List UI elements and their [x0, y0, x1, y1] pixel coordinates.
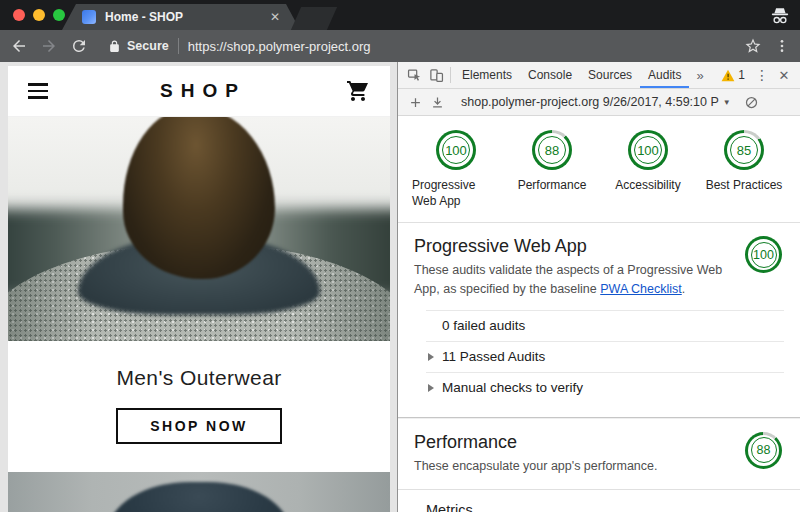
pwa-score-gauge: 100 [436, 130, 476, 170]
shop-now-button[interactable]: SHOP NOW [116, 408, 282, 444]
tab-console[interactable]: Console [520, 62, 580, 88]
toolbar-separator [450, 67, 451, 83]
hero-text-section: Men's Outerwear SHOP NOW [8, 341, 390, 472]
refresh-button[interactable] [70, 37, 88, 55]
performance-section-gauge: 88 [745, 432, 782, 469]
passed-audits-label: 11 Passed Audits [442, 349, 545, 364]
secure-lock-icon [108, 40, 121, 53]
best-practices-score-gauge: 85 [724, 130, 764, 170]
performance-section-description: These encapsulate your app's performance… [414, 457, 744, 475]
shop-favicon-icon [82, 10, 96, 24]
tab-title: Home - SHOP [105, 10, 262, 24]
new-tab-button[interactable] [291, 7, 337, 30]
pwa-section: Progressive Web App These audits validat… [398, 223, 800, 402]
bookmark-star-icon[interactable] [744, 37, 762, 55]
score-summary-row: 100 Progressive Web App 88 Performance 1… [398, 116, 800, 209]
score-pwa[interactable]: 100 Progressive Web App [408, 130, 504, 209]
performance-section: Performance These encapsulate your app's… [398, 419, 800, 475]
category-title: Men's Outerwear [8, 341, 390, 390]
address-separator [178, 38, 179, 54]
secure-label: Secure [127, 39, 169, 53]
shop-header: SHOP [8, 66, 390, 117]
devtools-close-icon[interactable]: ✕ [773, 68, 795, 83]
manual-checks-label: Manual checks to verify [442, 380, 583, 395]
score-accessibility[interactable]: 100 Accessibility [600, 130, 696, 209]
tab-sources[interactable]: Sources [580, 62, 640, 88]
browser-menu-icon[interactable] [774, 38, 790, 54]
more-tabs-icon[interactable]: » [689, 62, 710, 88]
devtools-tabbar: Elements Console Sources Audits » 1 ⋮ [398, 62, 800, 89]
audits-toolbar: shop.polymer-project.org 9/26/2017, 4:59… [398, 89, 800, 116]
traffic-lights [13, 9, 65, 21]
devtools-panel: Elements Console Sources Audits » 1 ⋮ [397, 62, 800, 512]
disclosure-triangle-icon [428, 353, 434, 361]
disclosure-triangle-icon [428, 384, 434, 392]
shop-page-card: SHOP Men's Outerwear SHOP NOW [8, 66, 390, 512]
failed-audits-label: 0 failed audits [442, 318, 525, 333]
manual-checks-row[interactable]: Manual checks to verify [426, 372, 784, 403]
score-best-practices[interactable]: 85 Best Practices [696, 130, 792, 209]
close-window-button[interactable] [13, 9, 25, 21]
browser-tab[interactable]: Home - SHOP ✕ [62, 4, 300, 30]
second-hero-image [8, 472, 390, 512]
tab-elements[interactable]: Elements [454, 62, 520, 88]
passed-audits-row[interactable]: 11 Passed Audits [426, 341, 784, 372]
tab-close-icon[interactable]: ✕ [270, 10, 280, 24]
hero-image [8, 117, 390, 341]
devtools-menu-icon[interactable]: ⋮ [751, 67, 773, 83]
metrics-block: Metrics These metrics encapsulate your a… [398, 490, 800, 512]
metrics-title: Metrics [426, 502, 784, 512]
browser-window: Home - SHOP ✕ Secure https://sh [0, 0, 800, 512]
chevron-down-icon[interactable]: ▼ [723, 98, 731, 107]
performance-section-title: Performance [414, 432, 784, 453]
cart-icon[interactable] [346, 79, 370, 103]
tab-audits[interactable]: Audits [640, 62, 689, 88]
shop-logo[interactable]: SHOP [152, 80, 246, 102]
hero-man-head [123, 117, 275, 279]
new-audit-icon[interactable] [404, 95, 426, 110]
accessibility-score-gauge: 100 [628, 130, 668, 170]
console-warning-badge[interactable]: 1 [715, 68, 751, 82]
browser-toolbar: Secure https://shop.polymer-project.org [0, 30, 800, 62]
titlebar: Home - SHOP ✕ [0, 0, 800, 30]
url-text: https://shop.polymer-project.org [188, 39, 371, 54]
shop-page: SHOP Men's Outerwear SHOP NOW [0, 62, 397, 512]
second-hero-jacket [108, 482, 290, 512]
pwa-desc-period: . [682, 282, 685, 296]
download-report-icon[interactable] [426, 95, 448, 110]
pwa-section-description: These audits validate the aspects of a P… [414, 261, 744, 297]
forward-button[interactable] [40, 37, 58, 55]
back-button[interactable] [10, 37, 28, 55]
pwa-section-title: Progressive Web App [414, 236, 784, 257]
pwa-section-gauge: 100 [745, 236, 782, 273]
warning-triangle-icon [721, 69, 735, 82]
hamburger-menu-icon[interactable] [28, 83, 48, 99]
warning-count: 1 [738, 68, 745, 82]
minimize-window-button[interactable] [33, 9, 45, 21]
failed-audits-row: 0 failed audits [426, 310, 784, 341]
inspect-element-icon[interactable] [403, 62, 425, 88]
performance-score-gauge: 88 [532, 130, 572, 170]
incognito-icon [770, 7, 790, 25]
audit-report: 100 Progressive Web App 88 Performance 1… [398, 116, 800, 512]
maximize-window-button[interactable] [53, 9, 65, 21]
pwa-checklist-link[interactable]: PWA Checklist [600, 282, 682, 296]
address-bar[interactable]: Secure https://shop.polymer-project.org [108, 38, 744, 54]
pwa-audit-rows: 0 failed audits 11 Passed Audits Manual … [426, 310, 784, 403]
score-performance[interactable]: 88 Performance [504, 130, 600, 209]
device-toolbar-icon[interactable] [425, 62, 447, 88]
clear-audits-icon[interactable] [741, 95, 763, 110]
audit-target-label: shop.polymer-project.org 9/26/2017, 4:59… [461, 95, 719, 109]
